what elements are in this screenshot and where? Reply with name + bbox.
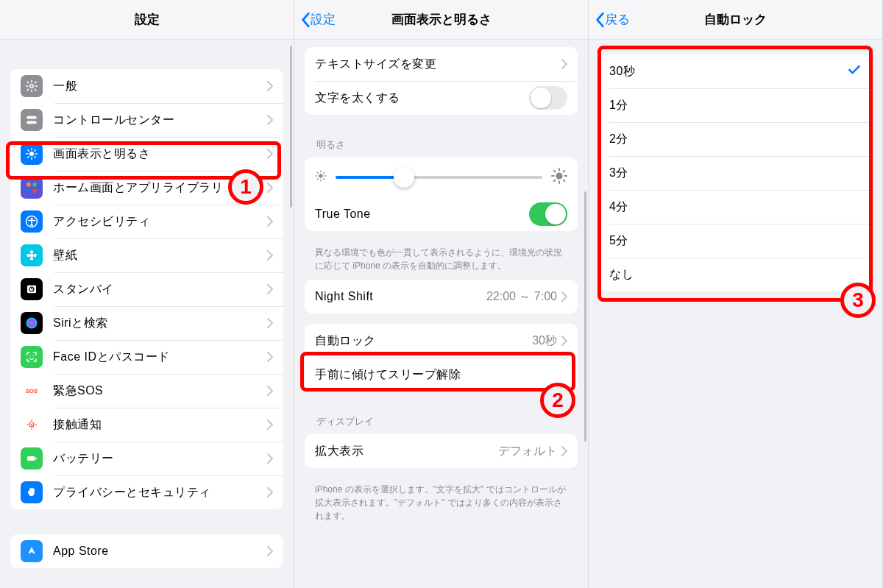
- chevron-right-icon: [267, 216, 273, 227]
- settings-row-siri[interactable]: Siriと検索: [10, 306, 283, 340]
- row-label: True Tone: [315, 208, 529, 221]
- row-label: Siriと検索: [53, 316, 267, 331]
- chevron-right-icon: [267, 546, 273, 556]
- switches-icon: [21, 109, 43, 131]
- brightness-slider-row[interactable]: [305, 157, 578, 197]
- back-button[interactable]: 戻る: [595, 11, 630, 28]
- svg-line-49: [324, 172, 325, 173]
- option-label: 4分: [609, 199, 862, 215]
- svg-point-19: [31, 218, 33, 220]
- standby-icon: [21, 278, 43, 300]
- svg-point-22: [30, 257, 34, 261]
- row-label: Night Shift: [315, 290, 486, 303]
- settings-panel: 設定 一般コントロールセンター画面表示と明るさホーム画面とアプリライブラリアクセ…: [0, 0, 294, 588]
- auto-lock-option[interactable]: 4分: [599, 190, 872, 224]
- auto-lock-option[interactable]: 1分: [599, 88, 872, 122]
- settings-row-accessibility[interactable]: アクセシビリティ: [10, 205, 283, 238]
- row-label: 自動ロック: [315, 333, 532, 349]
- zoom-note: iPhone の表示を選択します。"文字を拡大" ではコントロールが拡大表示され…: [294, 478, 588, 530]
- appstore-icon: [21, 540, 43, 562]
- settings-row-appstore[interactable]: App Store: [10, 534, 283, 568]
- chevron-right-icon: [561, 59, 567, 69]
- chevron-left-icon: [300, 12, 311, 28]
- option-label: 1分: [609, 98, 862, 113]
- slider-thumb[interactable]: [394, 167, 414, 188]
- svg-line-48: [317, 179, 318, 180]
- settings-row-exposure[interactable]: 接触通知: [10, 408, 283, 442]
- exposure-icon: [21, 414, 43, 436]
- svg-line-46: [317, 172, 318, 173]
- display-brightness-panel: 設定 画面表示と明るさ テキストサイズを変更 文字を太くする 明るさ: [294, 0, 589, 588]
- auto-lock-row[interactable]: 自動ロック 30秒: [305, 324, 578, 358]
- option-label: 2分: [609, 132, 862, 147]
- auto-lock-option[interactable]: なし: [599, 258, 872, 291]
- text-group: テキストサイズを変更 文字を太くする: [305, 47, 578, 115]
- chevron-left-icon: [595, 12, 605, 28]
- back-button[interactable]: 設定: [300, 11, 336, 28]
- settings-row-faceid[interactable]: Face IDとパスコード: [10, 340, 283, 374]
- zoom-group: 拡大表示 デフォルト: [305, 434, 578, 468]
- row-label: 緊急SOS: [53, 383, 267, 399]
- auto-lock-option[interactable]: 2分: [599, 122, 872, 156]
- svg-line-47: [324, 179, 325, 180]
- text-size-row[interactable]: テキストサイズを変更: [305, 47, 578, 81]
- night-shift-group: Night Shift 22:00 ～ 7:00: [305, 280, 578, 314]
- auto-lock-option[interactable]: 5分: [599, 224, 872, 258]
- svg-point-50: [556, 172, 562, 179]
- navbar: 設定: [0, 0, 294, 40]
- svg-rect-15: [33, 183, 37, 186]
- true-tone-row[interactable]: True Tone: [305, 197, 578, 231]
- settings-row-switches[interactable]: コントロールセンター: [10, 103, 283, 137]
- svg-point-29: [26, 318, 38, 329]
- svg-point-31: [33, 355, 35, 357]
- auto-lock-option[interactable]: 3分: [599, 156, 872, 190]
- scrollbar[interactable]: [584, 191, 586, 442]
- gear-icon: [21, 75, 43, 97]
- brightness-slider[interactable]: [336, 176, 542, 179]
- settings-row-sos[interactable]: SOS緊急SOS: [10, 374, 283, 408]
- brightness-header: 明るさ: [294, 125, 588, 157]
- svg-rect-14: [26, 183, 30, 186]
- svg-line-58: [564, 171, 565, 172]
- bold-text-toggle[interactable]: [529, 86, 567, 110]
- zoom-row[interactable]: 拡大表示 デフォルト: [305, 434, 578, 468]
- scrollbar[interactable]: [290, 46, 292, 208]
- chevron-right-icon: [267, 149, 273, 159]
- svg-point-41: [319, 174, 322, 177]
- row-label: コントロールセンター: [53, 113, 267, 128]
- settings-row-flower[interactable]: 壁紙: [10, 238, 283, 272]
- row-value: 22:00 ～ 7:00: [486, 289, 557, 305]
- accessibility-icon: [21, 210, 43, 233]
- svg-line-13: [35, 150, 36, 152]
- brightness-group: True Tone: [305, 157, 578, 231]
- svg-rect-17: [33, 189, 37, 193]
- true-tone-toggle[interactable]: [529, 202, 567, 226]
- svg-line-11: [35, 157, 36, 158]
- row-label: プライバシーとセキュリティ: [53, 485, 267, 500]
- badge-3: 3: [840, 283, 876, 318]
- settings-row-standby[interactable]: スタンバイ: [10, 272, 283, 306]
- option-label: 3分: [609, 166, 862, 181]
- svg-line-55: [554, 171, 556, 172]
- nav-title: 画面表示と明るさ: [391, 11, 492, 28]
- chevron-right-icon: [267, 81, 273, 91]
- option-label: 5分: [609, 233, 862, 249]
- settings-group: 一般コントロールセンター画面表示と明るさホーム画面とアプリライブラリアクセシビリ…: [10, 69, 283, 509]
- siri-icon: [21, 312, 43, 334]
- back-label: 設定: [311, 11, 336, 28]
- raise-to-wake-row[interactable]: 手前に傾けてスリープ解除: [305, 358, 578, 392]
- settings-row-battery[interactable]: バッテリー: [10, 442, 283, 475]
- true-tone-note: 異なる環境でも色が一貫して表示されるように、環境光の状況に応じて iPhone …: [294, 241, 588, 280]
- settings-row-brightness[interactable]: 画面表示と明るさ: [10, 137, 283, 171]
- row-label: 拡大表示: [315, 444, 498, 459]
- hand-icon: [21, 481, 43, 503]
- chevron-right-icon: [267, 115, 273, 125]
- svg-point-5: [29, 152, 34, 156]
- brightness-icon: [21, 143, 43, 165]
- bold-text-row[interactable]: 文字を太くする: [305, 81, 578, 115]
- settings-row-gear[interactable]: 一般: [10, 69, 283, 103]
- settings-row-hand[interactable]: プライバシーとセキュリティ: [10, 475, 283, 509]
- night-shift-row[interactable]: Night Shift 22:00 ～ 7:00: [305, 280, 578, 314]
- auto-lock-option[interactable]: 30秒: [599, 54, 872, 88]
- chevron-right-icon: [267, 419, 273, 430]
